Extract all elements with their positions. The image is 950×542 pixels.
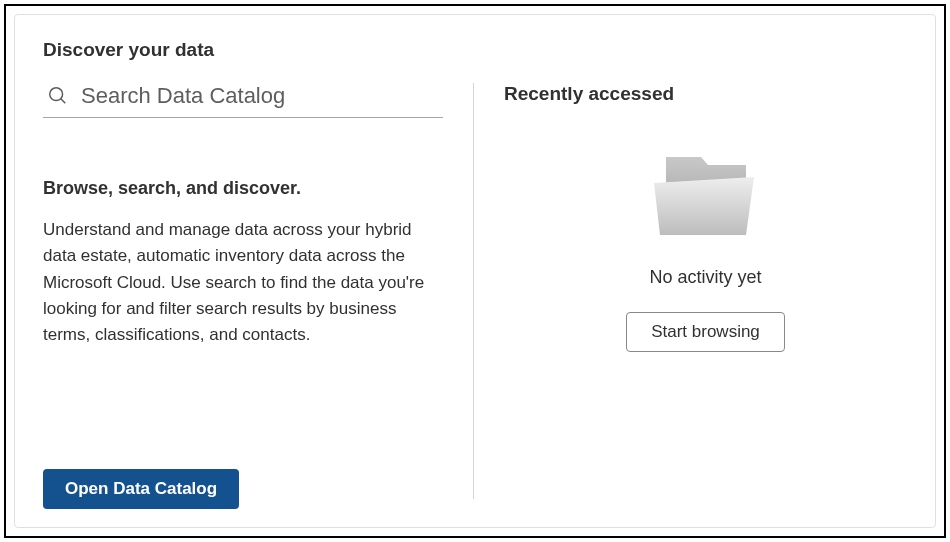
search-icon [47, 85, 69, 107]
start-browsing-button[interactable]: Start browsing [626, 312, 785, 352]
discover-data-card: Discover your data Browse, search, and d… [14, 14, 936, 528]
card-title: Discover your data [43, 39, 907, 61]
empty-state: No activity yet Start browsing [504, 145, 907, 352]
svg-line-1 [61, 99, 66, 104]
info-subheading: Browse, search, and discover. [43, 178, 443, 199]
empty-state-text: No activity yet [649, 267, 761, 288]
left-column: Browse, search, and discover. Understand… [43, 83, 473, 509]
folder-open-icon [646, 145, 766, 245]
info-description: Understand and manage data across your h… [43, 217, 443, 349]
recently-accessed-title: Recently accessed [504, 83, 907, 105]
search-input[interactable] [81, 83, 443, 109]
svg-point-0 [50, 88, 63, 101]
open-data-catalog-button[interactable]: Open Data Catalog [43, 469, 239, 509]
search-field-wrap[interactable] [43, 83, 443, 118]
right-column: Recently accessed [474, 83, 907, 509]
